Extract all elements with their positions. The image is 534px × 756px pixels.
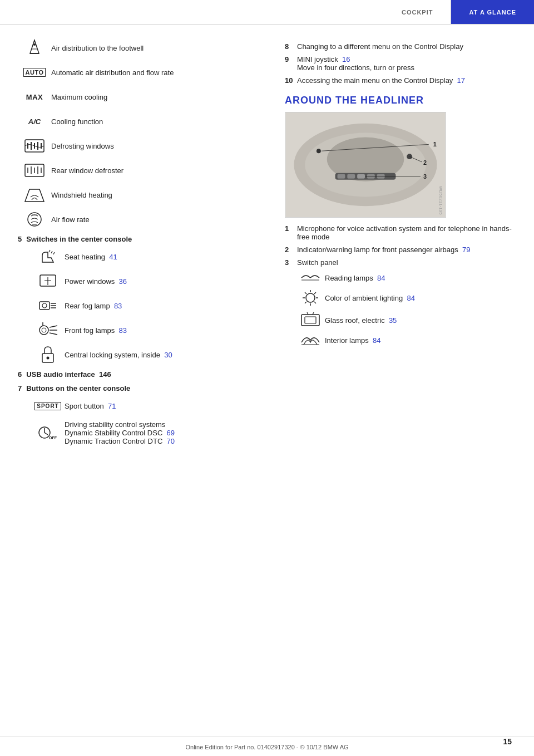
rear-fog-text: Rear fog lamp 83: [65, 302, 268, 310]
svg-rect-59: [301, 315, 319, 326]
icon-row-rear-defrost: Rear window defroster: [18, 160, 268, 180]
svg-point-41: [317, 149, 321, 153]
nav-at-glance[interactable]: AT A GLANCE: [451, 0, 534, 24]
icon-row-ac: A/C Cooling function: [18, 111, 268, 131]
icon-row-air-footwell: Air distribution to the footwell: [18, 38, 268, 58]
interior-icon: [296, 332, 325, 348]
section7-number: 7: [18, 384, 22, 392]
item9-text: MINI joystick 16 Move in four directions…: [297, 55, 516, 72]
svg-text:2: 2: [423, 159, 427, 166]
svg-line-55: [305, 292, 306, 294]
top-nav: COCKPIT AT A GLANCE: [0, 0, 534, 24]
sub-icon-reading: Reading lamps 84: [296, 271, 516, 284]
ambient-icon: [296, 288, 325, 308]
defrost-icon: [18, 138, 51, 154]
auto-text: Automatic air distribution and flow rate: [51, 68, 268, 77]
icon-row-max: MAX Maximum cooling: [18, 87, 268, 107]
sub-icon-glass-roof: Glass roof, electric 35: [296, 311, 516, 329]
defrost-text: Defrosting windows: [51, 142, 268, 150]
auto-icon: AUTO: [18, 68, 51, 77]
svg-point-18: [42, 303, 47, 308]
right-item-8: 8 Changing to a different menu on the Co…: [285, 42, 516, 51]
section5-header: 5 Switches in the center console: [18, 235, 268, 243]
icon-row-rear-fog: Rear fog lamp 83: [31, 296, 268, 316]
svg-rect-36: [338, 174, 345, 179]
power-win-text: Power windows 36: [65, 277, 268, 286]
max-icon: MAX: [18, 93, 51, 101]
headliner-text-3: Switch panel: [297, 258, 516, 267]
lock-text: Central locking system, inside 30: [65, 351, 268, 359]
rear-defrost-text: Rear window defroster: [51, 166, 268, 175]
item8-number: 8: [285, 42, 297, 51]
power-win-icon: [31, 273, 65, 289]
reading-icon: [296, 271, 325, 284]
svg-rect-37: [347, 174, 355, 179]
item10-number: 10: [285, 76, 297, 85]
icon-row-front-fog: Front fog lamps 83: [31, 320, 268, 340]
headliner-item-3: 3 Switch panel: [285, 258, 516, 267]
right-column: 8 Changing to a different menu on the Co…: [279, 38, 516, 728]
left-column: Air distribution to the footwell AUTO Au…: [18, 38, 279, 728]
svg-text:1: 1: [433, 141, 437, 148]
icon-row-seat-heat: Seat heating 41: [31, 247, 268, 267]
icon-row-windshield: Windshield heating: [18, 185, 268, 205]
ac-icon: A/C: [18, 117, 51, 126]
svg-point-50: [306, 293, 315, 302]
right-item-9: 9 MINI joystick 16 Move in four directio…: [285, 55, 516, 72]
nav-cockpit[interactable]: COCKPIT: [384, 0, 452, 24]
lock-icon: [31, 345, 65, 365]
section6-header: 6 USB audio interface 146: [18, 370, 268, 379]
svg-rect-17: [39, 302, 50, 310]
sub-icon-interior: Interior lamps 84: [296, 332, 516, 348]
svg-point-22: [39, 326, 48, 335]
sport-text: Sport button 71: [65, 402, 268, 410]
sub-icon-ambient: Color of ambient lighting 84: [296, 288, 516, 308]
rear-defrost-icon: [18, 162, 51, 179]
dsc-text: Driving stability control systems Dynami…: [65, 420, 268, 445]
sport-icon: SPORT: [31, 402, 65, 410]
svg-line-26: [50, 333, 57, 335]
air-footwell-text: Air distribution to the footwell: [51, 44, 268, 52]
seat-heat-text: Seat heating 41: [65, 253, 268, 261]
svg-rect-38: [357, 174, 365, 179]
svg-line-57: [314, 292, 316, 294]
page-number: 15: [503, 737, 512, 746]
seat-heat-icon: [31, 247, 65, 267]
headliner-num-1: 1: [285, 224, 297, 233]
icon-row-defrost: Defrosting windows: [18, 136, 268, 156]
windshield-icon: [18, 186, 51, 204]
headliner-item-2: 2 Indicator/warning lamp for front passe…: [285, 246, 516, 254]
windshield-text: Windshield heating: [51, 191, 268, 199]
item10-text: Accessing the main menu on the Control D…: [297, 76, 516, 85]
right-item-10: 10 Accessing the main menu on the Contro…: [285, 76, 516, 85]
image-watermark: WD50211-195: [438, 186, 443, 215]
item9-number: 9: [285, 55, 297, 63]
section5-text: Switches in the center console: [26, 235, 132, 243]
ambient-text: Color of ambient lighting 84: [325, 294, 415, 302]
reading-text: Reading lamps 84: [325, 274, 385, 282]
footwell-icon: [18, 38, 51, 58]
section5-number: 5: [18, 235, 22, 243]
svg-rect-60: [305, 317, 316, 323]
headliner-item-1: 1 Microphone for voice activation system…: [285, 224, 516, 241]
glass-roof-icon: [296, 311, 325, 329]
headliner-heading: AROUND THE HEADLINER: [285, 95, 516, 106]
section6-number: 6: [18, 370, 22, 379]
icon-row-sport: SPORT Sport button 71: [31, 396, 268, 416]
icon-row-lock: Central locking system, inside 30: [31, 345, 268, 365]
svg-line-56: [314, 302, 316, 303]
footer-text: Online Edition for Part no. 01402917320 …: [185, 744, 348, 750]
airflow-text: Air flow rate: [51, 215, 268, 224]
icon-row-airflow: Air flow rate: [18, 209, 268, 229]
svg-text:3: 3: [423, 173, 427, 180]
headliner-text-1: Microphone for voice activation system a…: [297, 224, 516, 241]
svg-point-2: [33, 43, 36, 46]
icon-row-power-win: Power windows 36: [31, 271, 268, 291]
max-text: Maximum cooling: [51, 93, 268, 101]
section7-header: 7 Buttons on the center console: [18, 384, 268, 392]
item8-text: Changing to a different menu on the Cont…: [297, 42, 516, 51]
footer: Online Edition for Part no. 01402917320 …: [0, 737, 534, 756]
icon-row-auto: AUTO Automatic air distribution and flow…: [18, 62, 268, 82]
rear-fog-icon: [31, 297, 65, 314]
svg-text:OFF: OFF: [49, 436, 57, 440]
